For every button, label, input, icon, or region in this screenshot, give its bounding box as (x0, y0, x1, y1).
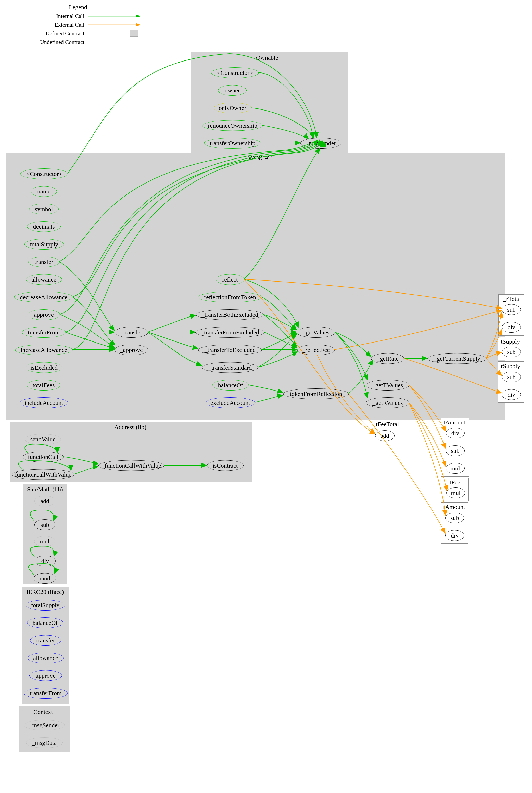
node-address-functioncall: functionCall (23, 451, 63, 462)
legend-row-defined: Defined Contract (13, 29, 143, 38)
node-vancat-getrvalues: _getRValues (366, 398, 409, 408)
node-vancat-getrate: _getRate (371, 353, 404, 364)
node-ierc20-allowance: allowance (27, 652, 64, 663)
node-msgsender: _msgSender (300, 138, 341, 149)
node-tamount-div: div (446, 428, 465, 439)
node-vancat-balanceof: balanceOf (212, 380, 249, 390)
node-vancat-includeaccount: includeAccount (20, 398, 68, 408)
node-ierc20-balanceof: balanceOf (27, 617, 63, 628)
svg-marker-3 (136, 23, 141, 26)
legend-arrow-internal (88, 12, 141, 20)
node-ramount-div: div (445, 530, 464, 541)
node-address-iscontract: isContract (207, 460, 244, 471)
node-vancat-transferfrom: transferFrom (22, 327, 66, 338)
node-ownable-renounce: renounceOwnership (202, 120, 263, 131)
node-vancat-tokenfromrefl: tokenFromReflection (283, 388, 349, 399)
node-vancat-symbol: symbol (29, 204, 59, 215)
legend-box: Legend Internal Call External Call Defin… (13, 3, 143, 46)
node-ownable-owner: owner (218, 85, 247, 96)
cluster-title-rtotal: _rTotal (503, 296, 521, 302)
node-ramount-sub: sub (445, 513, 464, 523)
node-ierc20-transferfrom: transferFrom (24, 688, 68, 699)
node-ownable-onlyowner: onlyOwner (214, 103, 251, 113)
node-address-sendvalue: sendValue (25, 434, 61, 445)
node-tamount-sub: sub (446, 445, 465, 456)
node-ownable-transferownership: transferOwnership (204, 138, 261, 149)
node-vancat-getvalues: _getValues (297, 327, 335, 338)
cluster-title-rsupply: rSupply (501, 363, 520, 370)
node-rsupply-sub: sub (502, 372, 521, 382)
cluster-title-safemath: SafeMath (lib) (27, 486, 63, 493)
node-safemath-div: div (35, 556, 56, 566)
cluster-title-tsupply: tSupply (501, 338, 520, 345)
node-vancat-gettvalues: _getTValues (366, 380, 409, 390)
node-vancat-transfer-internal: _transfer (115, 327, 148, 338)
node-vancat-excludeaccount: excludeAccount (206, 398, 255, 408)
node-vancat-isexcluded: isExcluded (25, 362, 62, 373)
cluster-title-tfee: tFee (450, 479, 460, 486)
node-safemath-mod: mod (34, 573, 56, 584)
node-safemath-sub: sub (34, 519, 55, 530)
node-vancat-decimals: decimals (27, 221, 61, 232)
svg-marker-1 (136, 15, 141, 17)
node-tfeetotal-add: add (375, 430, 395, 441)
node-ierc20-transfer: transfer (30, 635, 61, 646)
node-vancat-totalfees: totalFees (27, 380, 60, 390)
node-context-msgsender: _msgSender (24, 720, 65, 731)
node-rtotal-div: div (502, 322, 521, 333)
cluster-ownable: Ownable (191, 52, 348, 153)
node-rsupply-div: div (502, 389, 521, 400)
node-safemath-add: add (34, 496, 55, 506)
node-vancat-approve: approve (27, 309, 60, 320)
legend-title: Legend (13, 3, 143, 12)
legend-row-external: External Call (13, 20, 143, 29)
node-vancat-incallow: increaseAllowance (15, 345, 73, 355)
node-vancat-getcursupply: _getCurrentSupply (428, 353, 487, 364)
legend-row-internal: Internal Call (13, 12, 143, 20)
legend-label: External Call (13, 21, 88, 28)
legend-swatch-undefined (130, 39, 138, 45)
cluster-title-vancat: VANCAT (248, 155, 272, 162)
node-context-msgdata: _msgData (26, 737, 63, 748)
cluster-title-ierc20: IERC20 (iface) (26, 589, 64, 595)
node-vancat-xferstd: _transferStandard (202, 362, 258, 373)
node-ierc20-approve: approve (29, 670, 62, 681)
node-ierc20-totalsupply: totalSupply (26, 600, 65, 610)
cluster-title-tamount: tAmount (443, 419, 465, 426)
legend-label: Undefined Contract (13, 39, 88, 45)
cluster-title-address: Address (lib) (114, 424, 146, 430)
node-vancat-xferfromex: _transferFromExcluded (195, 327, 265, 338)
legend-swatch-defined (130, 30, 138, 37)
legend-label: Defined Contract (13, 30, 88, 37)
node-vancat-xferboth: _transferBothExcluded (196, 309, 264, 320)
legend-label: Internal Call (13, 13, 88, 19)
node-vancat-totalsupply: totalSupply (24, 239, 64, 250)
cluster-title-ramount: rAmount (443, 503, 465, 511)
node-address-functioncallwv: functionCallWithValue (12, 469, 74, 480)
cluster-title-tfeetotal: _tFeeTotal (373, 421, 399, 428)
node-tfee-mul: mul (446, 487, 465, 498)
node-vancat-xfertoex: _transferToExcluded (198, 345, 262, 355)
cluster-title-ownable: Ownable (256, 54, 278, 61)
node-vancat-allowance: allowance (26, 274, 62, 285)
node-safemath-mul: mul (34, 536, 55, 547)
node-tsupply-sub: sub (502, 347, 521, 357)
node-vancat-decallow: decreaseAllowance (14, 292, 73, 302)
cluster-vancat: VANCAT (6, 153, 505, 420)
legend-row-undefined: Undefined Contract (13, 38, 143, 47)
node-vancat-reflect: reflect (216, 274, 244, 285)
cluster-title-context: Context (33, 708, 53, 715)
node-ownable-constructor: <Constructor> (211, 67, 259, 78)
node-address-functioncallwv-internal: _functionCallWithValue (98, 460, 164, 471)
legend-arrow-external (88, 21, 141, 29)
node-tamount-mul: mul (446, 463, 465, 474)
node-vancat-constructor: <Constructor> (20, 168, 68, 179)
node-vancat-reflectfee: _reflectFee (297, 345, 335, 355)
node-vancat-transfer: transfer (28, 257, 60, 267)
node-rtotal-sub: sub (502, 304, 521, 315)
node-vancat-approve-internal: _approve (115, 345, 148, 355)
node-vancat-name: name (31, 186, 57, 197)
node-vancat-reflfromtoken: reflectionFromToken (198, 292, 262, 302)
